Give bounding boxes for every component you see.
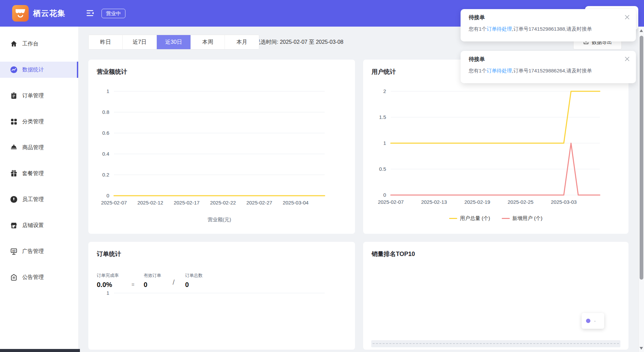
toast-text-suffix: ,订单号1741529886264,请及时接单 — [512, 68, 592, 73]
sidebar-item-label: 广告管理 — [22, 248, 44, 255]
legend-dash-icon — [449, 218, 457, 219]
tab-近7日[interactable]: 近7日 — [123, 35, 157, 49]
svg-text:2025-02-19: 2025-02-19 — [464, 199, 490, 205]
menu-fold-icon[interactable] — [86, 9, 94, 17]
status-badge[interactable]: 营业中 — [101, 9, 125, 18]
svg-text:0.6: 0.6 — [102, 130, 109, 136]
ads-icon: AD — [10, 248, 18, 255]
sidebar-item-ads[interactable]: AD广告管理 — [0, 243, 78, 259]
sidebar: 工作台数据统计订单管理分类管理商品管理套餐管理员工管理店铺设置AD广告管理公告管… — [0, 27, 78, 352]
svg-text:1: 1 — [383, 140, 386, 146]
toast-title: 待接单 — [469, 56, 485, 63]
legend-item[interactable]: 新增用户 (个) — [502, 215, 543, 222]
scroll-down-arrow-icon[interactable] — [640, 347, 643, 350]
orders-icon — [10, 92, 18, 99]
close-icon[interactable] — [624, 56, 630, 62]
categories-icon — [10, 118, 18, 125]
svg-text:2025-02-07: 2025-02-07 — [378, 199, 404, 205]
tab-本月[interactable]: 本月 — [225, 35, 259, 49]
sidebar-item-staff[interactable]: 员工管理 — [0, 191, 78, 207]
sidebar-item-home[interactable]: 工作台 — [0, 36, 78, 52]
sidebar-item-categories[interactable]: 分类管理 — [0, 114, 78, 130]
toast-text-suffix: ,订单号1741529861388,请及时接单 — [512, 26, 592, 32]
date-range-tabs: 昨日近7日近30日本周本月 — [88, 35, 259, 50]
brand-title: 栖云花集 — [33, 0, 65, 27]
tab-昨日[interactable]: 昨日 — [89, 35, 123, 49]
sidebar-bottom-strip — [0, 349, 80, 352]
svg-text:0.8: 0.8 — [102, 109, 109, 115]
revenue-line-chart[interactable]: 10.80.60.40.202025-02-072025-02-122025-0… — [88, 60, 355, 234]
svg-text:0: 0 — [107, 193, 109, 198]
sidebar-item-label: 数据统计 — [22, 66, 44, 73]
tooltip-value: - — [594, 318, 596, 324]
toast-text-prefix: 您有1个 — [469, 26, 487, 32]
svg-text:0.4: 0.4 — [102, 151, 109, 157]
svg-text:2025-02-25: 2025-02-25 — [507, 199, 533, 205]
svg-text:2025-02-17: 2025-02-17 — [174, 200, 200, 205]
users-line-chart[interactable]: 21.510.502025-02-072025-02-132025-02-192… — [363, 60, 628, 234]
sidebar-item-label: 分类管理 — [22, 118, 44, 125]
staff-icon — [10, 196, 18, 203]
dashboard-page: 栖云花集 营业中 工作台数据统计订单管理分类管理商品管理套餐管理员工管理店铺设置… — [0, 0, 644, 352]
svg-text:2: 2 — [383, 88, 386, 94]
svg-text:0: 0 — [383, 192, 386, 198]
legend-label: 新增用户 (个) — [513, 215, 543, 222]
scroll-up-arrow-icon[interactable] — [640, 29, 643, 32]
svg-text:营业额(元): 营业额(元) — [208, 217, 231, 222]
sidebar-item-label: 员工管理 — [22, 196, 44, 203]
sidebar-item-products[interactable]: 商品管理 — [0, 139, 78, 156]
users-chart-legend: 用户总量 (个)新增用户 (个) — [363, 215, 628, 222]
tab-本周[interactable]: 本周 — [191, 35, 225, 49]
svg-text:2025-02-13: 2025-02-13 — [421, 199, 447, 205]
tab-近30日[interactable]: 近30日 — [157, 35, 191, 49]
legend-item[interactable]: 用户总量 (个) — [449, 215, 490, 222]
notification-toast: 待接单您有1个订单待处理,订单号1741529861388,请及时接单 — [461, 9, 636, 41]
toast-body: 您有1个订单待处理,订单号1741529861388,请及时接单 — [469, 26, 592, 32]
svg-text:2025-03-03: 2025-03-03 — [551, 199, 577, 205]
products-icon — [10, 144, 18, 151]
order-card-title: 订单统计 — [97, 250, 121, 258]
sidebar-item-label: 工作台 — [22, 40, 38, 47]
order-stats-card: 订单统计 订单完成率 0.0% = 有效订单 0 / 订单总数 0 1 — [88, 242, 355, 350]
legend-label: 用户总量 (个) — [460, 215, 490, 222]
sales-top10-card: 销量排名TOP10 - — [363, 242, 628, 350]
sidebar-item-orders[interactable]: 订单管理 — [0, 88, 78, 104]
sidebar-item-notices[interactable]: 公告管理 — [0, 269, 78, 285]
datazoom-dashed-line — [373, 343, 619, 344]
order-line-chart[interactable]: 1 — [88, 242, 355, 350]
revenue-chart-card: 营业额统计 10.80.60.40.202025-02-072025-02-12… — [88, 60, 355, 234]
home-icon — [10, 40, 18, 47]
scrollbar-thumb[interactable] — [640, 36, 643, 280]
top10-card-title: 销量排名TOP10 — [372, 250, 415, 258]
notification-toast: 待接单您有1个订单待处理,订单号1741529886264,请及时接单 — [461, 51, 636, 83]
sidebar-item-label: 店铺设置 — [22, 222, 44, 229]
shop-icon — [10, 222, 18, 229]
svg-text:2025-03-04: 2025-03-04 — [283, 200, 309, 205]
close-icon[interactable] — [624, 14, 630, 20]
sidebar-item-stats[interactable]: 数据统计 — [0, 62, 78, 78]
page-scrollbar[interactable] — [638, 27, 644, 352]
svg-text:2025-02-07: 2025-02-07 — [101, 200, 127, 205]
packages-icon — [10, 170, 18, 177]
tooltip-series-dot-icon — [586, 319, 590, 323]
toast-title: 待接单 — [469, 14, 485, 21]
sidebar-item-packages[interactable]: 套餐管理 — [0, 165, 78, 182]
legend-dash-icon — [502, 218, 510, 219]
svg-text:2025-02-12: 2025-02-12 — [137, 200, 163, 205]
pending-order-link[interactable]: 订单待处理 — [487, 68, 512, 73]
stats-icon — [10, 66, 18, 73]
sidebar-item-label: 套餐管理 — [22, 170, 44, 177]
sidebar-item-label: 商品管理 — [22, 144, 44, 151]
pending-order-link[interactable]: 订单待处理 — [487, 26, 512, 32]
brand-logo-icon — [12, 5, 29, 22]
svg-text:2025-02-27: 2025-02-27 — [246, 200, 272, 205]
sidebar-item-shop[interactable]: 店铺设置 — [0, 217, 78, 233]
datazoom-slider[interactable] — [371, 340, 620, 347]
svg-text:1: 1 — [107, 290, 109, 296]
svg-text:2025-02-22: 2025-02-22 — [210, 200, 236, 205]
notices-icon — [10, 274, 18, 281]
toast-body: 您有1个订单待处理,订单号1741529886264,请及时接单 — [469, 68, 592, 74]
svg-text:1.5: 1.5 — [379, 114, 386, 120]
svg-text:1: 1 — [107, 88, 109, 94]
svg-text:AD: AD — [12, 250, 16, 252]
